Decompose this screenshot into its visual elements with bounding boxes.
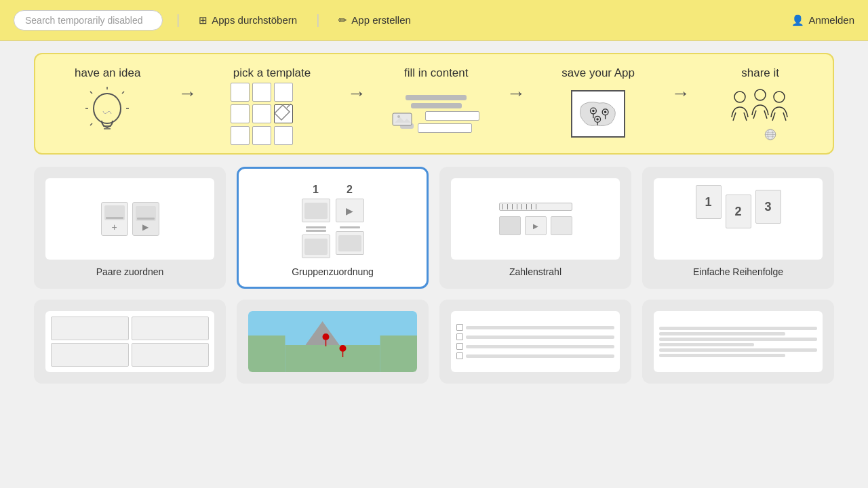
reihen-card-1: 1 xyxy=(696,185,722,219)
media-card-1: + xyxy=(101,202,128,236)
step1-label: have an idea xyxy=(75,66,140,80)
step-save-app: save your App xyxy=(561,66,635,141)
pencil-icon: ✏ xyxy=(338,14,347,26)
step-share: share it xyxy=(726,66,794,141)
svg-line-5 xyxy=(122,92,124,94)
step5-label: share it xyxy=(741,66,779,80)
svg-line-9 xyxy=(287,104,291,108)
bulb-icon xyxy=(81,87,135,141)
svg-point-17 xyxy=(604,111,607,114)
card-label-paare: Paare zuordnen xyxy=(96,266,164,277)
card-thumb-paare: + ▶ xyxy=(45,178,214,260)
card-thumb-list xyxy=(451,311,620,372)
step4-label: save your App xyxy=(561,66,635,80)
svg-point-11 xyxy=(397,115,400,118)
svg-rect-35 xyxy=(285,345,380,372)
how-it-works-banner: have an idea → pick a template xyxy=(34,53,834,155)
separator2: | xyxy=(316,12,319,28)
card-thumb-grid xyxy=(45,311,214,372)
login-label: Anmelden xyxy=(808,14,854,26)
svg-line-27 xyxy=(764,110,767,119)
step-template: pick a template xyxy=(233,66,311,141)
apps-grid-row2 xyxy=(34,300,834,384)
card-label-reihen: Einfache Reihenfolge xyxy=(693,266,783,277)
svg-point-25 xyxy=(755,89,766,100)
arrow4: → xyxy=(671,83,690,104)
search-input[interactable]: Search temporarily disabled xyxy=(14,10,163,30)
svg-line-8 xyxy=(90,123,92,125)
media-card-2: ▶ xyxy=(132,202,159,236)
search-placeholder: Search temporarily disabled xyxy=(25,15,143,26)
svg-line-24 xyxy=(744,113,747,121)
card-thumb-text xyxy=(654,311,823,372)
arrow2: → xyxy=(347,83,366,104)
login-button[interactable]: 👤 Anmelden xyxy=(791,14,854,26)
card-label-gruppe: Gruppenzuordnung xyxy=(292,266,374,277)
create-app-button[interactable]: ✏ App erstellen xyxy=(333,12,416,29)
app-card-grid[interactable] xyxy=(34,300,226,384)
app-card-reihen[interactable]: 1 2 3 Einfache Reihenfolge xyxy=(642,167,834,289)
template-grid-icon xyxy=(245,87,299,141)
reihen-card-3: 3 xyxy=(755,190,781,224)
svg-point-37 xyxy=(323,333,330,340)
svg-point-39 xyxy=(340,345,347,352)
app-card-text[interactable] xyxy=(642,300,834,384)
card-thumb-zahlen: ▶ xyxy=(451,178,620,260)
browse-apps-button[interactable]: ⊞ Apps durchstöbern xyxy=(193,12,302,29)
card-thumb-reihen: 1 2 3 xyxy=(654,178,823,260)
arrow1: → xyxy=(178,83,197,104)
create-app-label: App erstellen xyxy=(351,14,411,26)
apps-grid-row1: + ▶ Paare zuordnen 1 xyxy=(34,167,834,289)
svg-line-4 xyxy=(90,92,92,94)
browse-apps-label: Apps durchstöbern xyxy=(212,14,297,26)
svg-point-0 xyxy=(94,94,121,123)
fill-content-icon xyxy=(409,87,463,141)
app-card-gruppe[interactable]: 1 2 ▶ Gruppenzuordnun xyxy=(237,167,429,289)
app-card-list[interactable] xyxy=(439,300,631,384)
svg-point-20 xyxy=(597,118,599,121)
card-label-zahlen: Zahlenstrahl xyxy=(509,266,561,277)
user-icon: 👤 xyxy=(791,14,804,26)
save-app-icon xyxy=(571,87,625,141)
topbar: Search temporarily disabled | ⊞ Apps dur… xyxy=(0,0,868,41)
svg-point-28 xyxy=(774,92,785,102)
app-card-zahlen[interactable]: ▶ Zahlenstrahl xyxy=(439,167,631,289)
app-card-paare[interactable]: + ▶ Paare zuordnen xyxy=(34,167,226,289)
share-icon xyxy=(733,87,787,141)
arrow3: → xyxy=(507,83,526,104)
svg-line-29 xyxy=(772,113,775,121)
card-thumb-gruppe: 1 2 ▶ xyxy=(248,178,417,260)
svg-line-23 xyxy=(733,113,736,121)
reihen-card-2: 2 xyxy=(726,195,751,228)
svg-point-14 xyxy=(592,110,595,113)
step-fill-content: fill in content xyxy=(402,66,470,141)
step3-label: fill in content xyxy=(404,66,469,80)
svg-point-22 xyxy=(734,92,745,102)
svg-line-26 xyxy=(753,110,756,119)
app-card-map[interactable] xyxy=(237,300,429,384)
step2-label: pick a template xyxy=(233,66,311,80)
separator1: | xyxy=(176,12,180,28)
svg-line-30 xyxy=(783,113,786,121)
apps-grid-icon: ⊞ xyxy=(199,14,208,26)
card-thumb-map xyxy=(248,311,417,372)
step-idea: have an idea xyxy=(74,66,142,141)
